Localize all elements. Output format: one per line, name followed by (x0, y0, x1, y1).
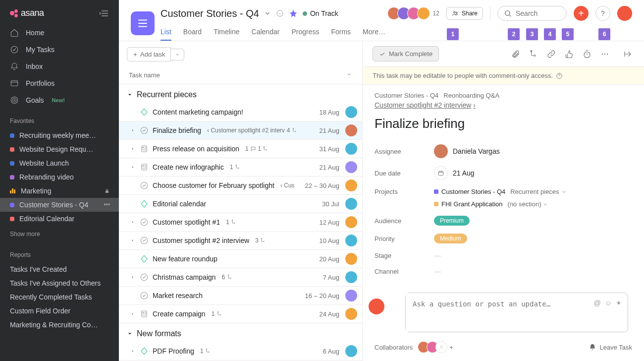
comment-box[interactable]: @ ☺ ✦ (405, 293, 628, 332)
task-status-icon[interactable] (140, 199, 149, 208)
mark-complete-button[interactable]: Mark Complete (373, 46, 439, 61)
audience-pill[interactable]: Premium (434, 216, 470, 226)
at-mention-icon[interactable]: @ (593, 299, 600, 307)
share-button[interactable]: Share (446, 7, 483, 20)
task-row[interactable]: New feature roundup 20 Aug (119, 250, 362, 268)
crumb-2[interactable]: Reonboarding Q&A (443, 92, 499, 99)
subtask-icon[interactable] (527, 48, 540, 60)
project-chip-1[interactable]: Customer Stories - Q4 Recurrent pieces (434, 188, 566, 195)
assignee-avatar[interactable] (345, 271, 357, 283)
nav-item-inbox[interactable]: Inbox (0, 58, 119, 75)
due-date-value[interactable]: 21 Aug (434, 166, 475, 180)
task-row[interactable]: Finalize briefing ‹ Customer spotlight #… (119, 121, 362, 140)
favorite-item[interactable]: Editorial Calendar (0, 212, 119, 226)
close-detail-icon[interactable] (621, 48, 634, 60)
favorite-item[interactable]: Website Design Requ… (0, 142, 119, 156)
comment-input[interactable] (406, 293, 588, 332)
tab-list[interactable]: List (161, 24, 171, 41)
assignee-avatar[interactable] (345, 124, 357, 136)
favorite-item[interactable]: Rebranding video (0, 170, 119, 184)
project-title[interactable]: Customer Stories - Q4 (161, 8, 259, 19)
task-status-icon[interactable] (140, 163, 149, 172)
attachment-icon[interactable] (509, 48, 522, 60)
search-box[interactable] (497, 6, 567, 21)
section-header[interactable]: New formats (119, 323, 362, 342)
tab-board[interactable]: Board (183, 24, 202, 41)
emoji-icon[interactable]: ☺ (605, 299, 612, 307)
task-status-icon[interactable] (140, 218, 149, 227)
expand-caret-icon[interactable] (131, 239, 136, 242)
collaborator-avatars[interactable]: + (418, 341, 453, 353)
assignee-avatar[interactable] (345, 198, 357, 210)
project-tile-icon[interactable] (131, 11, 155, 35)
nav-item-portfolios[interactable]: Portfolios (0, 75, 119, 92)
report-item[interactable]: Custom Field Order (0, 304, 119, 318)
task-status-icon[interactable] (140, 144, 149, 153)
report-item[interactable]: Tasks I've Assigned to Others (0, 276, 119, 290)
channel-value[interactable]: — (434, 267, 441, 275)
collapse-sidebar-icon[interactable] (99, 10, 109, 17)
task-row[interactable]: Content marketing campaign! 18 Aug (119, 103, 362, 121)
task-status-icon[interactable] (140, 273, 149, 282)
search-input[interactable] (516, 9, 560, 17)
assignee-avatar[interactable] (345, 180, 357, 191)
leave-task-button[interactable]: Leave Task (589, 343, 632, 351)
assignee-avatar[interactable] (345, 345, 357, 357)
add-task-dropdown[interactable] (171, 49, 184, 60)
favorite-item[interactable]: Website Launch (0, 156, 119, 170)
task-row[interactable]: PDF Proofing 1 6 Aug (119, 342, 362, 361)
star-input-icon[interactable]: ✦ (616, 299, 622, 307)
task-row[interactable]: Choose customer for February spotlight ‹… (119, 177, 362, 195)
expand-caret-icon[interactable] (131, 147, 136, 151)
assignee-avatar[interactable] (345, 106, 357, 118)
assignee-avatar[interactable] (345, 253, 357, 265)
task-status-icon[interactable] (140, 108, 149, 117)
show-more[interactable]: Show more (0, 226, 119, 242)
report-item[interactable]: Recently Completed Tasks (0, 290, 119, 304)
global-add-button[interactable]: + (574, 6, 589, 21)
tab-calendar[interactable]: Calendar (252, 24, 280, 41)
status-pill[interactable]: On Track (303, 9, 338, 17)
tab-timeline[interactable]: Timeline (214, 24, 239, 41)
crumb-1[interactable]: Customer Stories - Q4 (375, 92, 438, 99)
task-status-icon[interactable] (140, 347, 149, 356)
tab-progress[interactable]: Progress (291, 24, 319, 41)
task-title[interactable]: Finalize briefing (375, 116, 632, 131)
task-row[interactable]: Market research 16 – 20 Aug (119, 287, 362, 305)
add-collaborator-placeholder-icon[interactable] (435, 341, 447, 353)
assignee-avatar[interactable] (345, 216, 357, 228)
project-menu-chevron-icon[interactable] (264, 10, 271, 17)
assignee-value[interactable]: Daniela Vargas (434, 144, 500, 158)
timer-icon[interactable] (581, 48, 593, 60)
assignee-avatar[interactable] (345, 161, 357, 173)
parent-task-link[interactable]: Customer spotlight #2 interview › (375, 101, 476, 109)
task-row[interactable]: Customer spotlight #1 1 12 Aug (119, 213, 362, 232)
more-icon[interactable]: ••• (104, 201, 110, 208)
nav-item-goals[interactable]: GoalsNew! (0, 92, 119, 109)
expand-caret-icon[interactable] (131, 275, 136, 279)
warning-help-icon[interactable] (556, 72, 563, 79)
link-icon[interactable] (545, 48, 558, 60)
tab-forms[interactable]: Forms (331, 24, 351, 41)
like-icon[interactable] (563, 48, 576, 60)
assignee-avatar[interactable] (345, 308, 357, 320)
task-status-icon[interactable] (140, 254, 149, 263)
add-collaborator-button[interactable]: + (449, 344, 453, 351)
task-row[interactable]: Create new infographic 1 21 Aug (119, 158, 362, 177)
current-user-avatar[interactable] (617, 6, 632, 21)
assignee-avatar[interactable] (345, 290, 357, 301)
favorite-item[interactable]: Marketing (0, 184, 119, 198)
task-row[interactable]: Christmas campaign 6 7 Aug (119, 268, 362, 287)
task-status-icon[interactable] (140, 291, 149, 300)
logo[interactable]: asana (10, 8, 44, 18)
expand-caret-icon[interactable] (131, 165, 136, 169)
more-icon[interactable] (598, 48, 611, 60)
column-menu-icon[interactable] (346, 71, 352, 79)
star-icon[interactable] (289, 9, 298, 18)
expand-caret-icon[interactable] (131, 312, 136, 316)
task-row[interactable]: Press release on acquisition 1 1 31 Aug (119, 140, 362, 158)
task-row[interactable]: Editorial calendar 30 Jul (119, 195, 362, 213)
column-task-name[interactable]: Task name (129, 71, 160, 79)
stage-value[interactable]: — (434, 251, 441, 259)
expand-caret-icon[interactable] (131, 128, 136, 132)
